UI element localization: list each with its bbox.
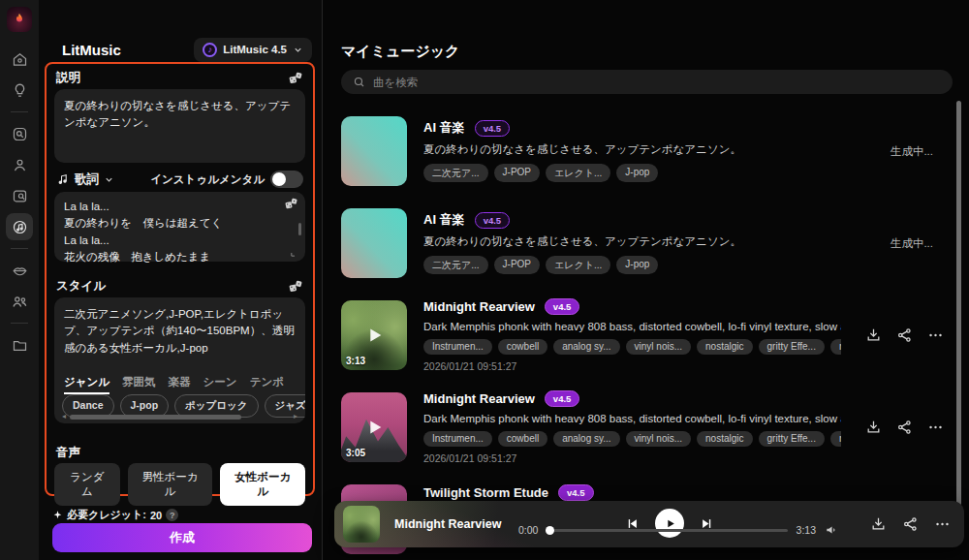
generating-status: 生成中...: [891, 143, 933, 158]
model-selector[interactable]: ♪ LitMusic 4.5: [194, 38, 312, 62]
home-icon: [12, 51, 28, 68]
sidebar-item-search-chat[interactable]: [6, 120, 33, 147]
song-tag: Instrumen...: [423, 431, 492, 447]
more-icon[interactable]: [927, 419, 944, 435]
song-tag: gritty Effe...: [759, 339, 825, 355]
app-logo-icon[interactable]: [7, 7, 32, 32]
help-icon[interactable]: ?: [166, 509, 178, 521]
song-tag: cowbell: [498, 339, 547, 355]
version-badge: v4.5: [558, 484, 594, 501]
share-icon[interactable]: [896, 419, 913, 435]
dice-randomize-icon[interactable]: [288, 279, 303, 295]
song-title[interactable]: Twilight Storm Etude: [423, 485, 548, 500]
search-input[interactable]: [373, 77, 941, 88]
tab-mood[interactable]: 雰囲気: [122, 374, 156, 394]
chevron-down-icon: [293, 45, 303, 55]
lightbulb-icon: [12, 82, 28, 99]
song-row[interactable]: AI 音楽 v4.5 夏の終わりの切なさを感じさせる、アップテンポなアニソン。 …: [341, 105, 957, 197]
lyrics-scrollbar[interactable]: [298, 223, 301, 235]
more-icon[interactable]: [934, 516, 951, 533]
scroll-left-icon[interactable]: ◂: [62, 413, 66, 420]
sidebar-item-music-generation[interactable]: [6, 213, 33, 240]
play-icon[interactable]: [363, 325, 385, 346]
player-artwork[interactable]: [343, 506, 380, 543]
song-actions: [865, 327, 944, 343]
song-artwork[interactable]: [341, 116, 407, 186]
tab-genre[interactable]: ジャンル: [64, 374, 109, 394]
share-icon[interactable]: [896, 327, 913, 343]
my-music-panel: マイミュージック AI 音楽 v4.5 夏の終わりの切なさを感じさせる、アップテ…: [324, 0, 969, 560]
more-icon[interactable]: [927, 327, 944, 343]
song-tags: Instrumen... cowbell analog sy... vinyl …: [423, 431, 841, 447]
sidebar-item-community[interactable]: [6, 288, 33, 315]
song-artwork[interactable]: [341, 208, 407, 278]
lyrics-title-group[interactable]: 歌詞: [56, 171, 114, 188]
song-row[interactable]: 3:13 Midnight Rearview v4.5 Dark Memphis…: [341, 289, 957, 381]
credits-label: 必要クレジット:: [67, 508, 146, 522]
lyrics-line: 花火の残像 抱きしめたまま: [64, 249, 296, 265]
tab-tempo[interactable]: テンポ: [250, 374, 284, 394]
song-title[interactable]: Midnight Rearview: [423, 299, 535, 314]
sidebar-item-image-generation[interactable]: [6, 182, 33, 209]
song-tag: J-POP: [494, 164, 540, 182]
song-info: Twilight Storm Etude v4.5: [423, 473, 957, 501]
share-icon[interactable]: [902, 516, 919, 533]
song-title[interactable]: Midnight Rearview: [423, 391, 535, 406]
play-icon[interactable]: [363, 417, 385, 438]
song-artwork[interactable]: 3:05: [341, 392, 407, 462]
people-icon: [12, 294, 28, 310]
song-description: Dark Memphis phonk with heavy 808 bass, …: [423, 321, 841, 332]
app-rail: [0, 0, 39, 560]
song-title[interactable]: AI 音楽: [423, 211, 465, 229]
sidebar-item-inspiration[interactable]: [6, 77, 33, 104]
tab-scene[interactable]: シーン: [203, 374, 237, 394]
voice-option-female[interactable]: 女性ボーカル: [220, 463, 305, 506]
lyrics-line: 夏の終わりを 僕らは超えてく: [64, 215, 296, 232]
dice-randomize-icon[interactable]: [284, 197, 298, 211]
style-input[interactable]: 二次元アニメソング,J-POP,エレクトロポップ、アップテンポ（約140〜150…: [54, 297, 305, 365]
lyrics-label: 歌詞: [75, 171, 99, 188]
tab-instrument[interactable]: 楽器: [169, 374, 191, 394]
download-icon[interactable]: [865, 327, 882, 343]
song-title[interactable]: AI 音楽: [423, 119, 465, 137]
player-progress: 0:00 3:13: [518, 523, 838, 537]
scrollbar-thumb[interactable]: [70, 415, 241, 420]
scroll-right-icon[interactable]: ▸: [294, 413, 297, 420]
generating-status: 生成中...: [891, 235, 933, 250]
lyrics-input[interactable]: La la la... 夏の終わりを 僕らは超えてく La la la... 花…: [54, 192, 305, 262]
style-header: スタイル: [56, 278, 303, 295]
dice-randomize-icon[interactable]: [288, 71, 303, 86]
song-created-at: 2026/01/21 09:51:27: [423, 360, 841, 372]
sidebar-item-files[interactable]: [6, 331, 33, 358]
description-input[interactable]: 夏の終わりの切なさを感じさせる、アップテンポなアニソン。: [54, 89, 305, 163]
image-search-icon: [12, 188, 28, 204]
model-label: LitMusic 4.5: [223, 44, 287, 55]
download-icon[interactable]: [870, 516, 887, 533]
voice-option-male[interactable]: 男性ボーカル: [128, 463, 213, 506]
list-scrollbar[interactable]: [956, 101, 961, 506]
sidebar-item-lip-sync[interactable]: [6, 257, 33, 284]
song-row[interactable]: 3:05 Midnight Rearview v4.5 Dark Memphis…: [341, 381, 957, 473]
player-actions: [870, 516, 951, 533]
scrollbar-track[interactable]: [70, 415, 290, 420]
person-icon: [12, 157, 28, 173]
voice-option-random[interactable]: ランダム: [54, 463, 120, 506]
download-icon[interactable]: [865, 419, 882, 435]
expand-icon[interactable]: [290, 247, 300, 258]
seek-bar[interactable]: [547, 529, 787, 532]
song-row[interactable]: AI 音楽 v4.5 夏の終わりの切なさを感じさせる、アップテンポなアニソン。 …: [341, 197, 957, 289]
song-tags: 二次元ア... J-POP エレクト... J-pop: [423, 164, 841, 182]
song-artwork[interactable]: 3:13: [341, 300, 407, 370]
song-tag: J-POP: [494, 256, 540, 274]
instrumental-toggle[interactable]: [270, 171, 303, 188]
search-bar[interactable]: [341, 70, 953, 94]
player-bar: Midnight Rearview 0:00 3:13: [334, 501, 964, 547]
create-button[interactable]: 作成: [52, 523, 312, 552]
sidebar-item-ai-person[interactable]: [6, 151, 33, 178]
song-tag: cowbell: [498, 431, 547, 447]
lyrics-header: 歌詞 インストゥルメンタル: [56, 171, 303, 188]
seek-handle[interactable]: [546, 526, 554, 535]
volume-icon[interactable]: [825, 523, 838, 537]
tags-scrollbar[interactable]: ◂ ▸: [62, 413, 297, 420]
sidebar-item-home[interactable]: [6, 46, 33, 73]
